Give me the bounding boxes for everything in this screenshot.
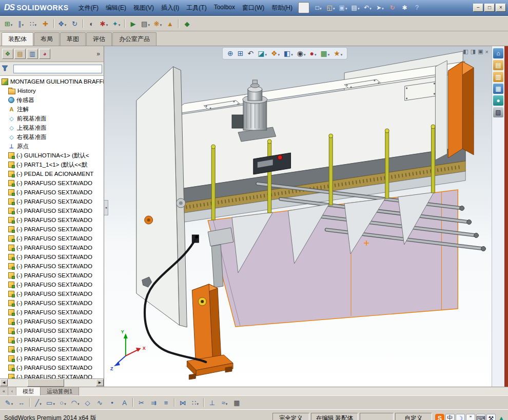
rebuild-button[interactable]: ↻ [386,2,398,13]
hide-show-items-icon[interactable]: ◉ [296,49,307,58]
tab-assembly[interactable]: 装配体 [2,32,33,46]
spline-button[interactable]: ∿ [94,397,106,408]
tree-item-parafuso[interactable]: (-) PARAFUSO SEXTAVADO [2,345,104,354]
tree-item-top-plane[interactable]: ◇ 上视基准面 [2,123,104,132]
filter-dropdown-icon[interactable] [10,64,12,73]
instant3d-button[interactable]: ◆ [181,18,193,29]
interference-detection-button[interactable]: ▲ [164,18,176,29]
linear-component-pattern-button[interactable]: ∷ [27,18,39,29]
options-button[interactable]: ✱ [399,2,411,13]
tree-item-parafuso[interactable]: (-) PARAFUSO SEXTAVADO [2,215,104,225]
tree-item-parafuso[interactable]: (-) PARAFUSO SEXTAVADO [2,372,104,378]
machine-model[interactable]: Y X Z [104,46,492,387]
scroll-left-icon[interactable]: ◀ [0,379,8,386]
tree-item-parafuso[interactable]: (-) PARAFUSO SEXTAVADO [2,206,104,215]
new-motion-study-button[interactable]: ▶ [127,18,139,29]
mate-button[interactable]: ∥ [15,18,27,29]
tree-item-pedal[interactable]: (-) PEDAL DE ACIONAMENT [2,169,104,178]
menu-help[interactable]: 帮助(H) [268,2,296,14]
tree-item-right-plane[interactable]: ◇ 右视基准面 [2,132,104,142]
print-button[interactable]: ▤ [349,2,361,13]
machine-right-frame-web[interactable] [435,61,447,160]
tree-item-parafuso[interactable]: (-) PARAFUSO SEXTAVADO [2,280,104,289]
undo-button[interactable]: ↶ [362,2,374,13]
tab-scroll-prev-button[interactable]: ‹ [8,387,16,395]
tree-item-origin[interactable]: ⟂ 原点 [2,142,104,151]
tree-item-parafuso[interactable]: (-) PARAFUSO SEXTAVADO [2,234,104,243]
tree-item-parafuso[interactable]: (-) PARAFUSO SEXTAVADO [2,326,104,335]
ime-up-icon[interactable]: ▲ [497,414,506,420]
maximize-button[interactable]: □ [484,4,495,12]
help-button[interactable]: ? [411,2,423,13]
view-settings-icon[interactable]: ★ [332,49,344,58]
display-style-icon[interactable]: ◧ [282,49,295,58]
tab-office-products[interactable]: 办公室产品 [112,32,157,46]
edit-appearance-icon[interactable]: ● [308,49,318,58]
pane-split-right-icon[interactable]: ◨ [471,48,476,55]
tree-item-sensors[interactable]: 传感器 [2,95,104,105]
displaymanager-tab[interactable]: ◕ [39,49,50,59]
smart-fasteners-button[interactable]: ✚ [40,18,51,29]
save-button[interactable]: ▣ [337,2,349,13]
sketch-button[interactable]: ✎ [3,397,15,408]
menu-tools[interactable]: 工具(T) [183,2,210,14]
ime-toolbox-icon[interactable]: ⚒ [486,414,496,420]
tree-item-parafuso[interactable]: (-) PARAFUSO SEXTAVADO [2,188,104,197]
tree-item-parafuso[interactable]: (-) PARAFUSO SEXTAVADO [2,363,104,372]
rectangle-button[interactable]: ▭ [45,397,56,408]
previous-view-icon[interactable]: ↶ [246,49,255,58]
filter-funnel-icon[interactable] [2,64,8,73]
menu-window[interactable]: 窗口(W) [239,2,268,14]
ime-sogou-icon[interactable]: S [435,414,444,420]
custom-properties-tab[interactable]: ▨ [493,107,503,117]
tab-evaluate[interactable]: 评估 [86,32,112,46]
tree-item-parafuso[interactable]: (-) PARAFUSO SEXTAVADO [2,308,104,317]
tree-item-parafuso[interactable]: (-) PARAFUSO SEXTAVADO [2,298,104,308]
view-orientation-icon[interactable]: ❖ [269,49,281,58]
open-document-button[interactable]: ◱ [325,2,337,13]
ime-punctuation-icon[interactable]: ” [466,414,475,420]
grid-button[interactable]: ▦ [231,397,243,408]
propertymanager-tab[interactable]: ▤ [14,49,26,59]
trim-entities-button[interactable]: ✂ [135,397,147,408]
menu-edit[interactable]: 编辑(E) [102,2,130,14]
display-relations-button[interactable]: ⊥ [206,397,218,408]
arc-button[interactable]: ◠ [69,397,81,408]
menu-view[interactable]: 视图(V) [130,2,158,14]
apply-scene-icon[interactable]: ▦ [319,49,331,58]
tree-item-parafuso[interactable]: (-) PARAFUSO SEXTAVADO [2,335,104,345]
insert-component-button[interactable]: ⊞ [3,18,14,29]
polygon-button[interactable]: ◇ [82,397,93,408]
tree-item-parafuso[interactable]: (-) PARAFUSO SEXTAVADO [2,197,104,206]
zoom-fit-icon[interactable]: ⊕ [226,49,235,58]
model-tab[interactable]: 模型 [16,387,41,395]
tab-sketch[interactable]: 草图 [60,32,86,46]
tree-item-guilhotina[interactable]: (-) GUILHOTINA<1> (默认< [2,151,104,160]
new-document-button[interactable]: □ [312,2,324,13]
zoom-area-icon[interactable]: ⊞ [236,49,245,58]
pane-split-left-icon[interactable]: ◧ [463,48,468,55]
tree-item-parafuso[interactable]: (-) PARAFUSO SEXTAVADO [2,225,104,234]
tree-item-parafuso[interactable]: (-) PARAFUSO SEXTAVADO [2,289,104,298]
convert-entities-button[interactable]: ⇉ [148,397,160,408]
move-component-button[interactable]: ✥ [56,18,68,29]
mirror-entities-button[interactable]: ⋈ [177,397,189,408]
offset-entities-button[interactable]: ≡ [160,397,172,408]
show-hidden-components-button[interactable]: ◐ [86,18,97,29]
pane-close-icon[interactable]: × [485,48,489,55]
panel-expand-button[interactable]: » [95,50,102,57]
ime-chinese-mode[interactable]: 中 [445,414,455,420]
search-icon[interactable] [298,2,309,13]
ime-halfmoon-icon[interactable]: ☽ [456,414,465,420]
menu-file[interactable]: 文件(F) [75,2,102,14]
tree-item-parafuso[interactable]: (-) PARAFUSO SEXTAVADO [2,252,104,262]
tab-scroll-first-button[interactable]: « [0,387,8,395]
motion-study-tab[interactable]: 运动算例1 [41,387,79,395]
tree-item-parafuso[interactable]: (-) PARAFUSO SEXTAVADO [2,354,104,363]
tree-item-parafuso[interactable]: (-) PARAFUSO SEXTAVADO [2,262,104,271]
tree-item-parafuso[interactable]: (-) PARAFUSO SEXTAVADO [2,317,104,326]
emergency-button[interactable] [278,155,282,160]
menu-toolbox[interactable]: Toolbox [210,2,239,14]
quick-snaps-button[interactable]: ≈ [219,397,230,408]
panel-splitter-handle[interactable]: ◂ [104,200,108,215]
